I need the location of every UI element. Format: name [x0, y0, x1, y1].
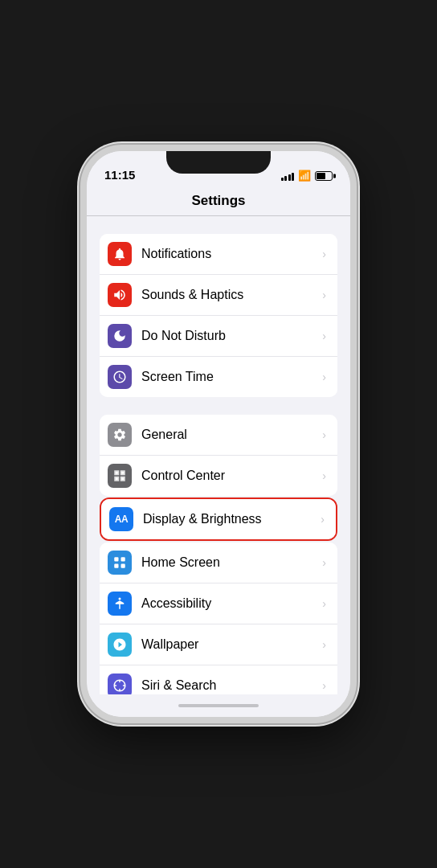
home-bar — [178, 704, 259, 707]
wifi-icon: 📶 — [298, 170, 311, 182]
sounds-icon — [108, 283, 132, 307]
phone-frame: 11:15 📶 Settings — [80, 145, 357, 723]
svg-rect-5 — [121, 557, 125, 561]
sounds-chevron: › — [322, 289, 326, 301]
svg-point-0 — [116, 472, 118, 474]
section-2: General › Co — [87, 415, 350, 694]
donotdisturb-icon — [108, 324, 132, 348]
sirisearch-chevron: › — [322, 679, 326, 692]
row-controlcenter[interactable]: Control Center › — [100, 456, 337, 496]
displaybrightness-label: Display & Brightness — [143, 512, 317, 526]
sirisearch-icon — [108, 674, 132, 694]
sirisearch-label: Siri & Search — [141, 678, 319, 693]
row-notifications[interactable]: Notifications › — [100, 234, 337, 275]
row-displaybrightness[interactable]: AA Display & Brightness › — [101, 499, 336, 539]
svg-point-1 — [121, 472, 124, 474]
wallpaper-chevron: › — [322, 638, 326, 651]
notifications-label: Notifications — [141, 247, 319, 261]
status-icons: 📶 — [281, 170, 333, 182]
svg-point-8 — [119, 598, 121, 600]
section-2-list: General › Co — [100, 415, 337, 496]
screentime-chevron: › — [322, 371, 326, 383]
controlcenter-label: Control Center — [141, 469, 319, 483]
svg-rect-6 — [114, 564, 118, 568]
section-1: Notifications › Sounds & Haptics › — [87, 234, 350, 397]
row-accessibility[interactable]: Accessibility › — [100, 583, 337, 624]
section-2b-list: Home Screen › Accessibility › — [100, 542, 337, 694]
donotdisturb-chevron: › — [322, 330, 326, 342]
screen: 11:15 📶 Settings — [87, 151, 350, 717]
row-general[interactable]: General › — [100, 415, 337, 456]
screentime-label: Screen Time — [141, 370, 319, 384]
section-1-list: Notifications › Sounds & Haptics › — [100, 234, 337, 397]
controlcenter-chevron: › — [322, 469, 326, 482]
displaybrightness-icon: AA — [109, 507, 133, 531]
svg-point-3 — [121, 477, 124, 480]
homescreen-icon — [108, 551, 132, 575]
homescreen-label: Home Screen — [141, 555, 319, 570]
battery-icon — [315, 171, 333, 181]
row-displaybrightness-highlighted[interactable]: AA Display & Brightness › — [100, 497, 337, 541]
home-indicator — [87, 694, 350, 717]
notifications-icon — [108, 242, 132, 266]
row-homescreen[interactable]: Home Screen › — [100, 542, 337, 583]
donotdisturb-label: Do Not Disturb — [141, 329, 319, 343]
general-label: General — [141, 428, 319, 442]
controlcenter-icon — [108, 464, 132, 488]
notifications-chevron: › — [322, 248, 326, 260]
row-wallpaper[interactable]: Wallpaper › — [100, 624, 337, 665]
row-sounds[interactable]: Sounds & Haptics › — [100, 275, 337, 316]
svg-point-2 — [116, 477, 118, 480]
row-screentime[interactable]: Screen Time › — [100, 357, 337, 397]
settings-scroll[interactable]: Notifications › Sounds & Haptics › — [87, 216, 350, 694]
screentime-icon — [108, 365, 132, 389]
wallpaper-icon — [108, 633, 132, 657]
sounds-label: Sounds & Haptics — [141, 288, 319, 302]
displaybrightness-chevron: › — [321, 513, 325, 526]
general-icon — [108, 423, 132, 447]
signal-icon — [281, 171, 295, 181]
accessibility-icon — [108, 592, 132, 616]
homescreen-chevron: › — [322, 556, 326, 569]
accessibility-label: Accessibility — [141, 596, 319, 611]
row-sirisearch[interactable]: Siri & Search › — [100, 665, 337, 694]
row-donotdisturb[interactable]: Do Not Disturb › — [100, 316, 337, 357]
svg-rect-4 — [114, 557, 118, 561]
wallpaper-label: Wallpaper — [141, 637, 319, 652]
page-title: Settings — [191, 193, 245, 208]
status-time: 11:15 — [104, 168, 135, 182]
notch — [166, 151, 271, 174]
general-chevron: › — [322, 428, 326, 441]
nav-bar: Settings — [87, 186, 350, 216]
svg-rect-7 — [121, 564, 125, 568]
accessibility-chevron: › — [322, 597, 326, 610]
